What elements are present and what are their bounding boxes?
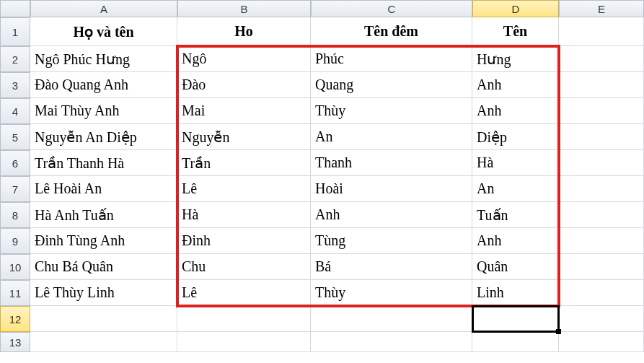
row-header-8[interactable]: 8 <box>0 202 30 228</box>
cell-D3[interactable]: Anh <box>472 72 559 98</box>
cell-A9[interactable]: Đinh Tùng Anh <box>30 228 177 254</box>
cell-A11[interactable]: Lê Thùy Linh <box>30 280 177 306</box>
row-header-9[interactable]: 9 <box>0 228 30 254</box>
cell-B9[interactable]: Đinh <box>177 228 311 254</box>
cell-A8[interactable]: Hà Anh Tuấn <box>30 202 177 228</box>
cell-B12[interactable] <box>177 306 311 332</box>
cell-A4[interactable]: Mai Thùy Anh <box>30 98 177 124</box>
cell-C9[interactable]: Tùng <box>311 228 472 254</box>
cell-D8[interactable]: Tuấn <box>472 202 559 228</box>
cell-A1[interactable]: Họ và tên <box>30 17 177 46</box>
column-header-B[interactable]: B <box>177 0 311 17</box>
cell-C1[interactable]: Tên đêm <box>311 17 472 46</box>
row-header-12[interactable]: 12 <box>0 306 30 332</box>
cell-B10[interactable]: Chu <box>177 254 311 280</box>
cell-E6[interactable] <box>559 150 644 176</box>
cell-D4[interactable]: Anh <box>472 98 559 124</box>
cell-C8[interactable]: Anh <box>311 202 472 228</box>
cell-B2[interactable]: Ngô <box>177 46 311 72</box>
cell-D12[interactable] <box>472 306 559 332</box>
cell-A10[interactable]: Chu Bá Quân <box>30 254 177 280</box>
cell-E10[interactable] <box>559 254 644 280</box>
cell-E1[interactable] <box>559 17 644 46</box>
cell-B5[interactable]: Nguyễn <box>177 124 311 150</box>
cell-E7[interactable] <box>559 176 644 202</box>
cell-C4[interactable]: Thùy <box>311 98 472 124</box>
cell-E5[interactable] <box>559 124 644 150</box>
row-header-7[interactable]: 7 <box>0 176 30 202</box>
cell-E9[interactable] <box>559 228 644 254</box>
column-header-A[interactable]: A <box>30 0 177 17</box>
row-header-13[interactable]: 13 <box>0 332 30 352</box>
cell-E13[interactable] <box>559 332 644 352</box>
column-header-C[interactable]: C <box>311 0 472 17</box>
select-all-corner[interactable] <box>0 0 30 17</box>
cell-D6[interactable]: Hà <box>472 150 559 176</box>
cell-C12[interactable] <box>311 306 472 332</box>
cell-E8[interactable] <box>559 202 644 228</box>
cell-B13[interactable] <box>177 332 311 352</box>
cell-C3[interactable]: Quang <box>311 72 472 98</box>
cell-C11[interactable]: Thùy <box>311 280 472 306</box>
cell-C13[interactable] <box>311 332 472 352</box>
cell-B4[interactable]: Mai <box>177 98 311 124</box>
cell-A3[interactable]: Đào Quang Anh <box>30 72 177 98</box>
cell-C5[interactable]: An <box>311 124 472 150</box>
cell-E2[interactable] <box>559 46 644 72</box>
cell-C10[interactable]: Bá <box>311 254 472 280</box>
cell-B6[interactable]: Trần <box>177 150 311 176</box>
cell-A7[interactable]: Lê Hoài An <box>30 176 177 202</box>
cell-C2[interactable]: Phúc <box>311 46 472 72</box>
spreadsheet-grid[interactable]: ABCDE12345678910111213Họ và tênHoTên đêm… <box>0 0 644 363</box>
cell-B1[interactable]: Ho <box>177 17 311 46</box>
cell-D7[interactable]: An <box>472 176 559 202</box>
cell-D13[interactable] <box>472 332 559 352</box>
cell-A12[interactable] <box>30 306 177 332</box>
column-header-E[interactable]: E <box>559 0 644 17</box>
row-header-10[interactable]: 10 <box>0 254 30 280</box>
cell-B11[interactable]: Lê <box>177 280 311 306</box>
cell-A5[interactable]: Nguyễn An Diệp <box>30 124 177 150</box>
column-header-D[interactable]: D <box>472 0 559 17</box>
cell-C7[interactable]: Hoài <box>311 176 472 202</box>
row-header-4[interactable]: 4 <box>0 98 30 124</box>
cell-A13[interactable] <box>30 332 177 352</box>
cell-D10[interactable]: Quân <box>472 254 559 280</box>
fill-handle[interactable] <box>556 329 561 334</box>
cell-E12[interactable] <box>559 306 644 332</box>
row-header-1[interactable]: 1 <box>0 17 30 46</box>
row-header-5[interactable]: 5 <box>0 124 30 150</box>
row-header-11[interactable]: 11 <box>0 280 30 306</box>
cell-E11[interactable] <box>559 280 644 306</box>
cell-D9[interactable]: Anh <box>472 228 559 254</box>
cell-E4[interactable] <box>559 98 644 124</box>
cell-C6[interactable]: Thanh <box>311 150 472 176</box>
cell-D2[interactable]: Hưng <box>472 46 559 72</box>
cell-D1[interactable]: Tên <box>472 17 559 46</box>
cell-D11[interactable]: Linh <box>472 280 559 306</box>
row-header-6[interactable]: 6 <box>0 150 30 176</box>
cell-B8[interactable]: Hà <box>177 202 311 228</box>
row-header-2[interactable]: 2 <box>0 46 30 72</box>
cell-B3[interactable]: Đào <box>177 72 311 98</box>
cell-A2[interactable]: Ngô Phúc Hưng <box>30 46 177 72</box>
cell-D5[interactable]: Diệp <box>472 124 559 150</box>
cell-B7[interactable]: Lê <box>177 176 311 202</box>
cell-E3[interactable] <box>559 72 644 98</box>
row-header-3[interactable]: 3 <box>0 72 30 98</box>
cell-A6[interactable]: Trần Thanh Hà <box>30 150 177 176</box>
